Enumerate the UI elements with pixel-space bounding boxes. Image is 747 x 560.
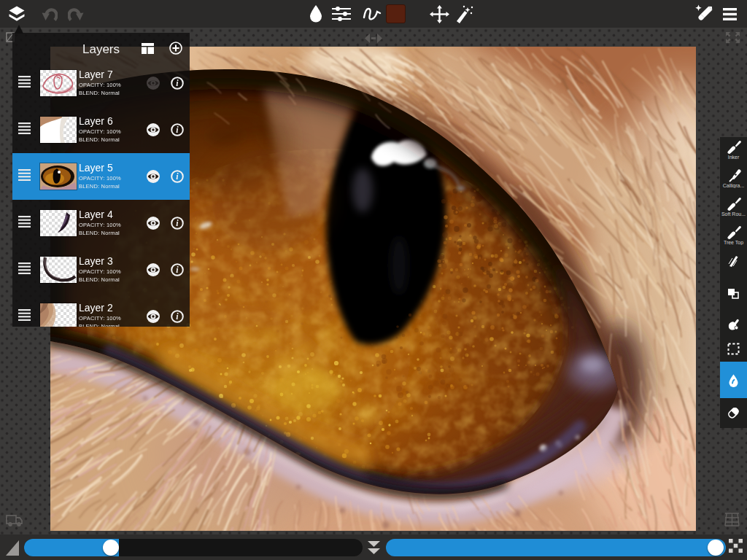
svg-text:i: i — [176, 218, 179, 228]
svg-text:i: i — [176, 265, 179, 275]
svg-text:i: i — [176, 125, 179, 135]
svg-text:i: i — [176, 78, 179, 88]
svg-text:i: i — [176, 171, 179, 182]
svg-text:i: i — [176, 311, 179, 322]
